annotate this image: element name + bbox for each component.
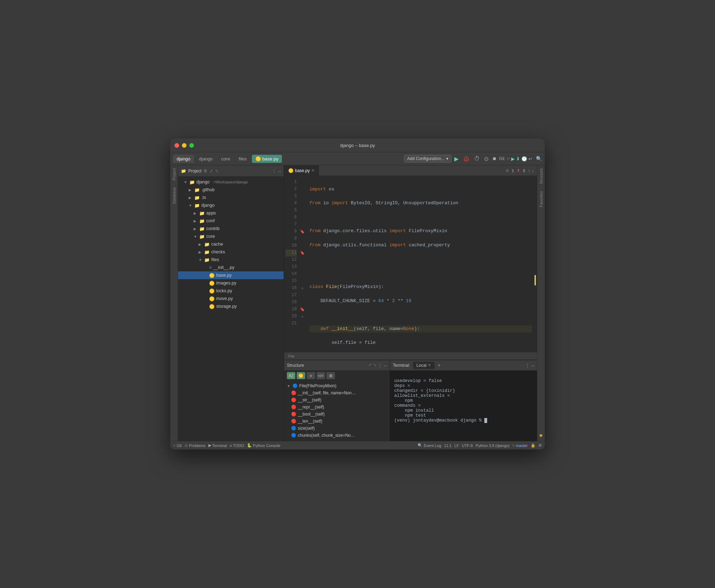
project-panel-label[interactable]: Project [172,168,176,180]
tree-item-storagepy[interactable]: ▶ 🟡 storage.py [178,302,284,310]
tree-item-cache[interactable]: ▶ 📁 cache [178,240,284,248]
favorites-panel-label[interactable]: Favorites [539,191,543,207]
collapse-icon[interactable]: ⤡ [373,363,376,368]
status-terminal[interactable]: ▶ Terminal [208,443,227,448]
status-line-ending[interactable]: LF [454,443,459,448]
tree-root-django[interactable]: ▼ 📁 django ~/Workspace/django [178,178,284,186]
az-sort-button[interactable]: AZ [287,372,295,379]
tree-item-init[interactable]: ▶ ≡ __init__.py [178,264,284,271]
database-panel-label[interactable]: Database [172,187,176,204]
minimize-button[interactable] [182,143,187,148]
settings-icon: ⚙ [538,443,542,448]
toolbar-tab-files[interactable]: files [235,155,250,163]
tree-item-core[interactable]: ▼ 📁 core [178,233,284,240]
run-button[interactable]: ▶ [453,155,460,163]
add-terminal-button[interactable]: + [437,362,441,369]
visibility-button[interactable]: 🟡 [297,372,305,379]
folder-icon: 📁 [181,169,186,174]
add-configuration-button[interactable]: Add Configuration... ▾ [404,155,451,163]
editor-tab-basepy[interactable]: 🟡 base.py ✕ [284,165,319,176]
nav-up-icon[interactable]: ↑ [528,168,530,174]
toolbar-tab-django2[interactable]: django [195,155,216,163]
coverage-button[interactable]: ⊙ [483,155,490,163]
expand-button[interactable]: </> [317,372,325,379]
tree-item-label: core [206,234,215,239]
git-push-icon[interactable]: ▶ [511,156,515,161]
git-revert-icon[interactable]: ↩ [528,156,532,161]
status-python-version[interactable]: Python 3.9 (django) [475,443,509,448]
terminal-minimize-icon[interactable]: – [531,363,534,368]
tree-item-lockspy[interactable]: ▶ 🟡 locks.py [178,287,284,295]
tree-item-django[interactable]: ▼ 📁 django [178,201,284,209]
tree-item-apps[interactable]: ▶ 📁 apps [178,209,284,217]
file-icon: 🟡 [209,288,215,294]
status-todo[interactable]: ≡ TODO [230,443,244,448]
filter-button[interactable]: ≡ [307,372,315,379]
panel-minimize-icon[interactable]: – [384,363,387,368]
search-icon[interactable]: 🔍 [536,156,542,161]
collapse-icon[interactable]: ⤡ [215,169,219,174]
debug-button[interactable]: 🐞 [461,155,471,163]
terminal-content[interactable]: usedevelop = false deps = changedir = {t… [390,371,537,441]
bookmark-icon[interactable]: ★ [539,433,543,438]
status-branch[interactable]: ⑂ master [512,443,528,448]
cursor-position: 11:1 [444,443,451,448]
status-git[interactable]: ⑂ Git [173,443,182,448]
tree-item-github[interactable]: ▶ 📁 .github [178,186,284,194]
panel-menu-icon[interactable]: ⋮ [378,363,383,368]
terminal-panel: Terminal: Local ✕ + ⋮ – usedevelop = fal… [390,360,537,441]
tree-item-imagespy[interactable]: ▶ 🟡 images.py [178,279,284,287]
toolbar-tab-core[interactable]: core [218,155,234,163]
panel-minimize-icon[interactable]: – [278,168,281,174]
status-cursor[interactable]: 11:1 [444,443,451,448]
struct-item-file[interactable]: ▼ 🔵 File(FileProxyMixin) [284,382,390,389]
status-bar: ⑂ Git ⚠ Problems ▶ Terminal ≡ TODO 🐍 Pyt… [170,441,545,449]
gear-icon[interactable]: ⚙ [203,169,207,174]
struct-item-chunks[interactable]: 🔵 chunks(self, chunk_size=No… [284,432,390,439]
close-button[interactable] [175,143,179,148]
tree-item-conf[interactable]: ▶ 📁 conf [178,217,284,225]
status-lock-icon[interactable]: 🔒 [531,443,536,448]
expand-icon[interactable]: ⤢ [209,169,213,174]
struct-item-str[interactable]: 🔴 __str__(self) [284,396,390,404]
struct-item-init[interactable]: 🔴 __init__(self, file, name=Non… [284,389,390,396]
struct-item-size[interactable]: 🔵 size(self) [284,425,390,432]
tab-close-icon[interactable]: ✕ [428,363,431,368]
profile-button[interactable]: ⏱ [473,155,481,163]
terminal-menu-icon[interactable]: ⋮ [525,363,530,368]
tree-item-tx[interactable]: ▶ 📁 .tx [178,194,284,201]
tab-close-icon[interactable]: ✕ [311,168,314,173]
terminal-tab-local[interactable]: Local ✕ [413,362,435,369]
toolbar-file-tab-basepy[interactable]: 🟡 base.py [252,155,282,163]
status-settings-icon[interactable]: ⚙ [538,443,542,448]
git-history-icon[interactable]: 🕐 [521,156,527,161]
status-encoding[interactable]: UTF-8 [462,443,473,448]
panel-menu-icon[interactable]: ⋮ [272,168,277,174]
tree-item-movepy[interactable]: ▶ 🟡 move.py [178,295,284,302]
git-pull-icon[interactable]: ⬇ [516,156,520,161]
gutter: 🔖 🔖 ○ 🔖 ○ [298,176,307,352]
tree-item-checks[interactable]: ▶ 📁 checks [178,248,284,256]
status-problems[interactable]: ⚠ Problems [184,443,205,448]
tree-item-contrib[interactable]: ▶ 📁 contrib [178,225,284,233]
scrollbar[interactable] [532,176,537,352]
struct-item-repr[interactable]: 🔴 __repr__(self) [284,404,390,411]
code-content[interactable]: import os from io import BytesIO, String… [307,176,532,352]
git-branch-icon[interactable]: ⑂ [507,156,510,161]
expand-icon[interactable]: ⤢ [368,363,372,368]
line-numbers: 12345 678910 11 12131415 16171819 2021 [284,176,298,352]
maximize-button[interactable] [189,143,194,148]
tree-item-files[interactable]: ▼ 📁 files [178,256,284,264]
struct-item-len[interactable]: 🔴 __len__(self) [284,418,390,425]
code-editor[interactable]: 12345 678910 11 12131415 16171819 2021 🔖… [284,176,537,352]
structure-panel-label[interactable]: Structure [539,168,543,184]
settings-button[interactable]: ⊞ [326,372,335,379]
tree-item-basepy[interactable]: ▶ 🟡 base.py [178,271,284,279]
stop-button[interactable]: ■ [491,155,498,163]
toolbar-tab-django1[interactable]: django [173,155,194,163]
status-python-console[interactable]: 🐍 Python Console [247,443,280,448]
tree-item-label: storage.py [216,304,237,309]
status-event-log[interactable]: 🔍 Event Log [418,443,441,448]
nav-down-icon[interactable]: ↓ [532,168,534,174]
struct-item-bool[interactable]: 🔴 __bool__(self) [284,411,390,418]
